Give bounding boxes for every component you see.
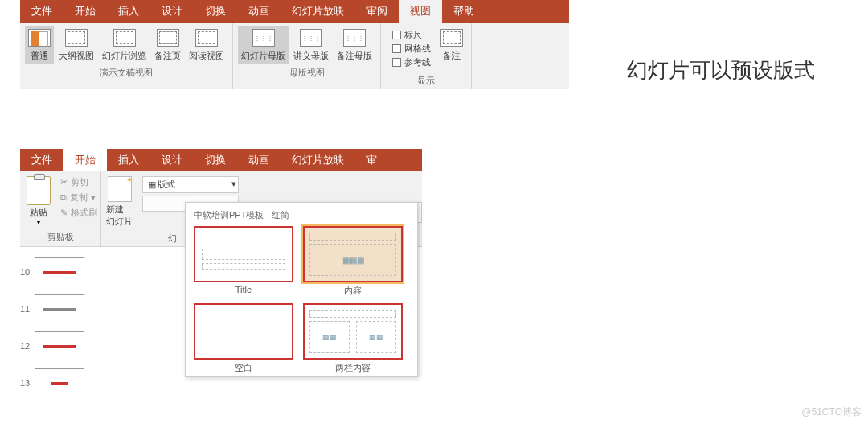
new-slide-icon	[108, 176, 132, 202]
group-label: 显示	[417, 75, 435, 87]
menu-review[interactable]: 审阅	[355, 0, 399, 23]
menu-transition[interactable]: 切换	[194, 0, 237, 23]
menu-file[interactable]: 文件	[20, 149, 63, 171]
btn-reading-view[interactable]: 阅读视图	[186, 26, 227, 64]
btn-copy[interactable]: ⧉复制 ▾	[60, 191, 97, 204]
btn-outline-view[interactable]: 大纲视图	[55, 26, 97, 64]
slide-thumb-10[interactable]: 10	[20, 257, 100, 286]
layout-option-blank[interactable]: 空白	[194, 303, 293, 374]
copy-icon: ⧉	[60, 192, 67, 203]
layout-gallery-dropdown: 中软培训PPT模板 - 红简 Title ▦▦▦ 内容 空白 ▦▦▦▦ 两栏内容	[185, 202, 418, 377]
scissors-icon: ✂	[60, 177, 68, 187]
menu-bar-bottom: 文件 开始 插入 设计 切换 动画 幻灯片放映 审	[20, 149, 422, 171]
slide-thumb-12[interactable]: 12	[20, 331, 100, 360]
menu-home[interactable]: 开始	[63, 149, 107, 171]
group-presentation-views: 普通 大纲视图 幻灯片浏览 备注页 阅读视图 演示文稿视图	[20, 23, 233, 89]
group-master-views: 幻灯片母版 讲义母版 备注母版 母版视图	[233, 23, 381, 89]
btn-notes-page[interactable]: 备注页	[151, 26, 184, 64]
menu-slideshow[interactable]: 幻灯片放映	[280, 149, 355, 171]
menu-review-trunc[interactable]: 审	[355, 149, 388, 171]
menu-insert[interactable]: 插入	[107, 149, 150, 171]
group-label: 演示文稿视图	[100, 67, 153, 79]
menu-view[interactable]: 视图	[399, 0, 442, 23]
menu-design[interactable]: 设计	[150, 149, 194, 171]
layout-option-two-content[interactable]: ▦▦▦▦ 两栏内容	[303, 303, 403, 374]
menu-animation[interactable]: 动画	[237, 0, 280, 23]
btn-layout-dropdown[interactable]: ▦版式	[142, 176, 239, 193]
watermark: @51CTO博客	[801, 405, 862, 419]
brush-icon: ✎	[60, 208, 68, 218]
slide-thumbnail-panel: 10 11 12 13	[20, 257, 100, 397]
clipboard-icon	[27, 176, 51, 205]
slide-thumb-13[interactable]: 13	[20, 368, 100, 397]
ribbon-view: 普通 大纲视图 幻灯片浏览 备注页 阅读视图 演示文稿视图 幻灯片母版 讲义母版…	[20, 23, 569, 89]
menu-file[interactable]: 文件	[20, 0, 63, 23]
menu-home[interactable]: 开始	[63, 0, 107, 23]
btn-slide-master[interactable]: 幻灯片母版	[238, 26, 289, 64]
menu-animation[interactable]: 动画	[237, 149, 280, 171]
menu-transition[interactable]: 切换	[194, 149, 237, 171]
menu-design[interactable]: 设计	[150, 0, 194, 23]
group-label: 剪贴板	[20, 231, 100, 243]
btn-normal-view[interactable]: 普通	[25, 26, 54, 64]
gallery-header: 中软培训PPT模板 - 红简	[194, 209, 409, 221]
menu-bar-top: 文件 开始 插入 设计 切换 动画 幻灯片放映 审阅 视图 帮助	[20, 0, 569, 23]
btn-cut[interactable]: ✂剪切	[60, 176, 97, 188]
check-gridlines[interactable]: 网格线	[392, 43, 431, 55]
layout-option-content[interactable]: ▦▦▦ 内容	[303, 226, 403, 297]
btn-slide-sorter[interactable]: 幻灯片浏览	[99, 26, 149, 64]
layout-option-title[interactable]: Title	[194, 226, 293, 297]
btn-notes[interactable]: 备注	[437, 26, 466, 72]
group-show: 标尺 网格线 参考线 备注 显示	[381, 23, 472, 89]
btn-paste[interactable]: 粘贴 ▾	[20, 171, 57, 228]
view-ribbon-panel: 文件 开始 插入 设计 切换 动画 幻灯片放映 审阅 视图 帮助 普通 大纲视图…	[20, 0, 569, 89]
check-guides[interactable]: 参考线	[392, 56, 431, 68]
btn-notes-master[interactable]: 备注母版	[334, 26, 375, 64]
menu-insert[interactable]: 插入	[107, 0, 150, 23]
menu-help[interactable]: 帮助	[442, 0, 485, 23]
btn-format-painter[interactable]: ✎格式刷	[60, 207, 97, 219]
check-ruler[interactable]: 标尺	[392, 29, 431, 41]
annotation-caption: 幻灯片可以预设版式	[627, 56, 815, 84]
btn-handout-master[interactable]: 讲义母版	[290, 26, 332, 64]
slide-thumb-11[interactable]: 11	[20, 294, 100, 323]
menu-slideshow[interactable]: 幻灯片放映	[280, 0, 355, 23]
btn-new-slide[interactable]: 新建 幻灯片	[101, 171, 137, 229]
group-label: 母版视图	[289, 67, 325, 79]
